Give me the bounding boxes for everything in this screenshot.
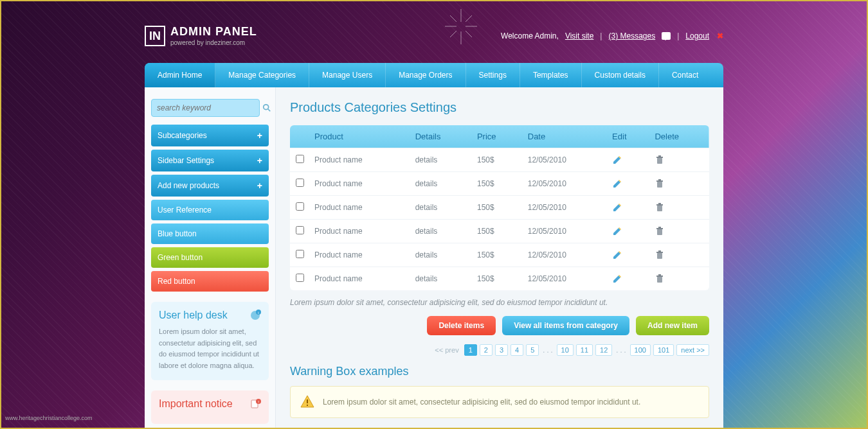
sidebar-button-red-button[interactable]: Red button xyxy=(151,271,269,292)
table-row: Product namedetails150$12/05/2010 xyxy=(290,267,709,291)
row-checkbox[interactable] xyxy=(296,274,304,282)
nav-item-manage-users[interactable]: Manage Users xyxy=(309,63,386,87)
warning-box: Lorem ipsum dolor sit amet, consectetur … xyxy=(290,386,709,418)
row-checkbox[interactable] xyxy=(296,202,304,211)
plus-icon: + xyxy=(257,180,262,191)
column-header: Details xyxy=(410,125,472,148)
sidebar-button-green-button[interactable]: Green button xyxy=(151,247,269,268)
messages-link[interactable]: (3) Messages xyxy=(608,31,655,40)
edit-icon[interactable] xyxy=(612,274,622,284)
sidebar-button-label: User Reference xyxy=(158,206,212,214)
view-all-items-button[interactable]: View all items from category xyxy=(502,316,629,335)
pagination-page[interactable]: 101 xyxy=(653,344,674,356)
pagination-page[interactable]: 12 xyxy=(595,344,612,356)
nav-item-contact[interactable]: Contact xyxy=(659,63,711,87)
nav-item-admin-home[interactable]: Admin Home xyxy=(145,63,215,87)
edit-icon[interactable] xyxy=(612,250,622,260)
cell-details: details xyxy=(410,196,472,220)
pagination: << prev12345. . .101112. . .100101next >… xyxy=(290,344,709,356)
visit-site-link[interactable]: Visit site xyxy=(565,31,593,40)
trash-icon[interactable] xyxy=(655,155,665,165)
edit-icon[interactable] xyxy=(612,202,622,213)
nav-item-templates[interactable]: Templates xyxy=(520,63,582,87)
sidebar-button-subcategories[interactable]: Subcategories+ xyxy=(151,125,269,146)
table-row: Product namedetails150$12/05/2010 xyxy=(290,220,709,243)
row-checkbox[interactable] xyxy=(296,155,304,163)
cell-details: details xyxy=(410,172,472,196)
help-desk-title: User help desk xyxy=(159,310,228,321)
main-content: Products Categories Settings ProductDeta… xyxy=(276,87,723,429)
delete-items-button[interactable]: Delete items xyxy=(427,316,496,335)
trash-icon[interactable] xyxy=(655,202,665,213)
sidebar-button-add-new-products[interactable]: Add new products+ xyxy=(151,175,269,197)
cell-price: 150$ xyxy=(472,220,523,243)
sidebar-button-label: Blue button xyxy=(158,229,197,238)
search-button[interactable] xyxy=(262,100,271,116)
logo-title: ADMIN PANEL xyxy=(170,26,257,37)
sidebar-button-label: Add new products xyxy=(158,181,219,190)
pagination-page[interactable]: 5 xyxy=(526,344,539,356)
help-icon: i xyxy=(249,310,261,321)
logo[interactable]: IN ADMIN PANEL powered by indeziner.com xyxy=(145,26,257,46)
table-row: Product namedetails150$12/05/2010 xyxy=(290,148,709,172)
edit-icon[interactable] xyxy=(612,179,622,189)
cell-price: 150$ xyxy=(472,148,523,172)
table-row: Product namedetails150$12/05/2010 xyxy=(290,172,709,196)
pagination-page[interactable]: 2 xyxy=(480,344,493,356)
sidebar-button-label: Red button xyxy=(158,277,195,286)
edit-icon[interactable] xyxy=(612,155,622,165)
svg-rect-33 xyxy=(658,274,661,276)
row-checkbox[interactable] xyxy=(296,179,304,187)
svg-rect-34 xyxy=(307,399,308,403)
logout-link[interactable]: Logout xyxy=(685,31,709,40)
svg-rect-28 xyxy=(657,253,662,259)
pagination-page[interactable]: 4 xyxy=(511,344,523,356)
svg-rect-24 xyxy=(658,203,661,204)
table-caption: Lorem ipsum dolor sit amet, consectetur … xyxy=(290,298,709,307)
nav-item-manage-categories[interactable]: Manage Categories xyxy=(215,63,309,87)
svg-rect-18 xyxy=(658,155,661,157)
svg-rect-22 xyxy=(657,206,662,211)
sidebar-button-user-reference[interactable]: User Reference xyxy=(151,200,269,220)
pagination-next[interactable]: next >> xyxy=(676,344,709,356)
trash-icon[interactable] xyxy=(655,179,665,189)
cell-details: details xyxy=(410,148,472,172)
column-header: Delete xyxy=(649,125,709,148)
warning-section-title: Warning Box examples xyxy=(290,365,709,378)
cell-date: 12/05/2010 xyxy=(523,148,607,172)
nav-item-settings[interactable]: Settings xyxy=(466,63,520,87)
logout-x-icon: ✖ xyxy=(717,31,723,40)
add-new-item-button[interactable]: Add new item xyxy=(636,316,709,335)
warning-icon xyxy=(300,394,315,410)
trash-icon[interactable] xyxy=(655,250,665,260)
sidebar: Subcategories+Sidebar Settings+Add new p… xyxy=(145,87,276,429)
trash-icon[interactable] xyxy=(655,274,665,284)
svg-rect-31 xyxy=(657,277,662,283)
sidebar-button-sidebar-settings[interactable]: Sidebar Settings+ xyxy=(151,150,269,171)
sidebar-button-blue-button[interactable]: Blue button xyxy=(151,223,269,244)
trash-icon[interactable] xyxy=(655,226,665,236)
row-checkbox[interactable] xyxy=(296,250,304,258)
pagination-page[interactable]: 10 xyxy=(557,344,574,356)
edit-icon[interactable] xyxy=(612,226,622,236)
nav-item-manage-orders[interactable]: Manage Orders xyxy=(386,63,466,87)
pagination-page[interactable]: 3 xyxy=(495,344,508,356)
column-header: Edit xyxy=(607,125,649,148)
column-header: Date xyxy=(523,125,607,148)
nav-item-custom-details[interactable]: Custom details xyxy=(582,63,659,87)
search-input[interactable] xyxy=(151,99,260,117)
pagination-ellipsis: . . . xyxy=(615,346,627,354)
cell-date: 12/05/2010 xyxy=(523,243,607,267)
pagination-prev[interactable]: << prev xyxy=(432,346,461,354)
svg-rect-30 xyxy=(658,250,661,252)
pagination-page[interactable]: 11 xyxy=(576,344,593,356)
cell-date: 12/05/2010 xyxy=(523,172,607,196)
cell-product: Product name xyxy=(309,243,410,267)
search-icon xyxy=(262,103,271,112)
pagination-page[interactable]: 1 xyxy=(464,344,477,356)
logo-icon: IN xyxy=(145,26,165,46)
pagination-page[interactable]: 100 xyxy=(630,344,651,356)
row-checkbox[interactable] xyxy=(296,226,304,234)
cell-price: 150$ xyxy=(472,196,523,220)
svg-rect-16 xyxy=(657,158,662,164)
